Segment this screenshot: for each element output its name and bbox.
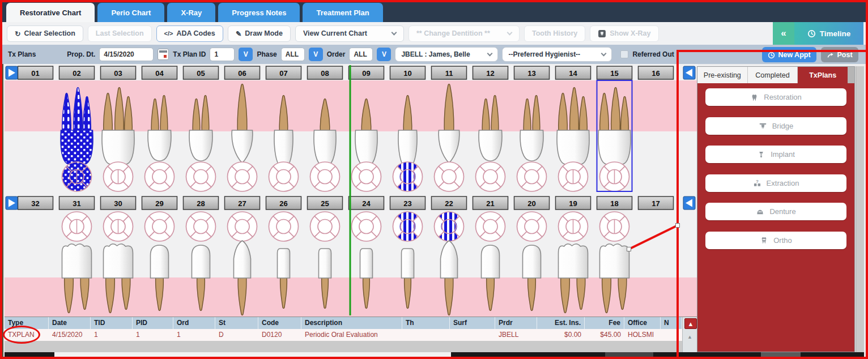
tooth-number-10[interactable]: 10 bbox=[390, 66, 426, 79]
tooth-occlusal-26[interactable] bbox=[269, 212, 299, 241]
column-header-n[interactable]: N bbox=[661, 317, 682, 329]
panel-tab-completed[interactable]: Completed bbox=[748, 67, 798, 83]
tooth-number-25[interactable]: 25 bbox=[308, 196, 343, 210]
scroll-right-arrow-button[interactable] bbox=[683, 66, 695, 79]
draw-mode-button[interactable]: ✎ Draw Mode bbox=[228, 25, 291, 42]
tooth-occlusal-14[interactable] bbox=[559, 162, 588, 191]
tab-progress-notes[interactable]: Progress Notes bbox=[218, 3, 300, 22]
collapse-panel-button[interactable]: « bbox=[773, 22, 794, 45]
column-header-pid[interactable]: PID bbox=[133, 317, 173, 329]
tab-x-ray[interactable]: X-Ray bbox=[167, 3, 215, 22]
view-chart-dropdown[interactable]: View Current Chart bbox=[295, 25, 404, 42]
denture-button[interactable]: Denture bbox=[705, 203, 846, 220]
tooth-occlusal-06[interactable] bbox=[228, 162, 257, 191]
tooth-02[interactable] bbox=[61, 88, 93, 165]
tooth-number-08[interactable]: 08 bbox=[308, 66, 343, 79]
tooth-occlusal-13[interactable] bbox=[517, 162, 547, 191]
column-header-surf[interactable]: Surf bbox=[450, 317, 495, 329]
tab-restorative-chart[interactable]: Restorative Chart bbox=[6, 3, 95, 22]
horizontal-scrollbar[interactable] bbox=[5, 352, 864, 357]
tooth-03[interactable] bbox=[102, 88, 134, 165]
tooth-occlusal-19[interactable] bbox=[559, 212, 588, 241]
implant-button[interactable]: Implant bbox=[705, 146, 846, 163]
tooth-number-31[interactable]: 31 bbox=[59, 196, 95, 210]
tooth-number-09[interactable]: 09 bbox=[349, 66, 384, 79]
order-v-button[interactable]: V bbox=[377, 48, 391, 61]
tooth-number-01[interactable]: 01 bbox=[18, 66, 53, 79]
tooth-number-03[interactable]: 03 bbox=[101, 66, 136, 79]
column-header-date[interactable]: Date bbox=[49, 317, 91, 329]
tooth-occlusal-12[interactable] bbox=[476, 162, 505, 191]
panel-tab-pre-existing[interactable]: Pre-existing bbox=[697, 67, 748, 83]
bridge-button[interactable]: Bridge bbox=[705, 117, 846, 135]
tooth-number-26[interactable]: 26 bbox=[266, 196, 301, 210]
hscroll-thumb[interactable] bbox=[54, 352, 451, 357]
tooth-occlusal-08[interactable] bbox=[310, 162, 340, 191]
tooth-occlusal-21[interactable] bbox=[476, 212, 505, 241]
tooth-number-30[interactable]: 30 bbox=[101, 196, 136, 210]
phase-v-button[interactable]: V bbox=[309, 48, 323, 61]
tooth-number-11[interactable]: 11 bbox=[432, 66, 467, 79]
phase-input[interactable] bbox=[281, 48, 305, 61]
tooth-occlusal-24[interactable] bbox=[352, 212, 381, 241]
tooth-occlusal-07[interactable] bbox=[269, 162, 299, 191]
column-header-office[interactable]: Office bbox=[624, 317, 661, 329]
tooth-occlusal-27[interactable] bbox=[228, 212, 257, 241]
tooth-number-18[interactable]: 18 bbox=[597, 196, 632, 210]
tooth-occlusal-30[interactable] bbox=[104, 212, 133, 241]
tooth-occlusal-03[interactable] bbox=[104, 162, 133, 191]
tooth-number-14[interactable]: 14 bbox=[556, 66, 591, 79]
scroll-right-arrow-button[interactable] bbox=[683, 196, 695, 210]
hygienist-dropdown[interactable]: --Preferred Hygienist-- bbox=[502, 47, 612, 62]
tooth-occlusal-23[interactable] bbox=[393, 212, 423, 241]
extraction-button[interactable]: ?Extraction bbox=[705, 174, 846, 192]
column-header-est-ins-[interactable]: Est. Ins. bbox=[537, 317, 585, 329]
timeline-button[interactable]: Timeline bbox=[794, 22, 863, 45]
tooth-number-20[interactable]: 20 bbox=[514, 196, 550, 210]
tab-treatment-plan[interactable]: Treatment Plan bbox=[303, 3, 382, 22]
tooth-number-17[interactable]: 17 bbox=[639, 196, 674, 210]
tooth-occlusal-11[interactable] bbox=[435, 162, 464, 191]
scroll-up-arrow-icon[interactable]: ▲ bbox=[687, 334, 692, 340]
tooth-occlusal-28[interactable] bbox=[186, 212, 216, 241]
last-selection-button[interactable]: Last Selection bbox=[88, 25, 152, 42]
referred-out-checkbox[interactable] bbox=[620, 50, 628, 58]
tooth-number-12[interactable]: 12 bbox=[473, 66, 508, 79]
tooth-number-23[interactable]: 23 bbox=[390, 196, 426, 210]
tooth-occlusal-18[interactable] bbox=[600, 212, 629, 241]
column-header-ord[interactable]: Ord bbox=[173, 317, 215, 329]
tooth-number-16[interactable]: 16 bbox=[639, 66, 674, 79]
ortho-button[interactable]: Ortho bbox=[705, 232, 846, 249]
column-header-th[interactable]: Th bbox=[402, 317, 450, 329]
tooth-occlusal-25[interactable] bbox=[310, 212, 340, 241]
tooth-number-15[interactable]: 15 bbox=[597, 66, 632, 79]
tooth-number-19[interactable]: 19 bbox=[556, 196, 591, 210]
tooth-number-32[interactable]: 32 bbox=[18, 196, 53, 210]
change-dentition-dropdown[interactable]: ** Change Dentition ** bbox=[409, 25, 520, 42]
scroll-left-arrow-button[interactable] bbox=[6, 66, 18, 79]
panel-tab-txplans[interactable]: TxPlans bbox=[798, 67, 848, 83]
tooth-number-27[interactable]: 27 bbox=[225, 196, 260, 210]
tooth-number-07[interactable]: 07 bbox=[266, 66, 301, 79]
tooth-occlusal-22[interactable] bbox=[435, 212, 464, 241]
tooth-number-21[interactable]: 21 bbox=[473, 196, 508, 210]
calendar-icon[interactable] bbox=[158, 49, 169, 60]
scroll-top-button[interactable]: ▲ bbox=[684, 318, 697, 329]
tooth-number-02[interactable]: 02 bbox=[59, 66, 95, 79]
tooth-14[interactable] bbox=[557, 88, 589, 165]
table-row[interactable]: TXPLAN4/15/2020111DD0120Periodic Oral Ev… bbox=[5, 329, 682, 341]
ada-codes-button[interactable]: </> ADA Codes bbox=[156, 25, 223, 42]
tooth-occlusal-02[interactable] bbox=[62, 162, 92, 191]
provider-dropdown[interactable]: JBELL : James, Belle bbox=[395, 47, 498, 62]
show-xray-button[interactable]: Show X-Ray bbox=[590, 25, 658, 42]
tooth-number-05[interactable]: 05 bbox=[184, 66, 219, 79]
tooth-occlusal-10[interactable] bbox=[393, 162, 423, 191]
tx-plan-id-v-button[interactable]: V bbox=[239, 48, 253, 61]
tooth-15[interactable] bbox=[598, 88, 631, 165]
tooth-number-29[interactable]: 29 bbox=[142, 196, 177, 210]
order-input[interactable] bbox=[349, 48, 373, 61]
tx-plan-id-input[interactable] bbox=[210, 48, 235, 61]
post-button[interactable]: Post bbox=[821, 47, 858, 62]
clear-selection-button[interactable]: ↻ Clear Selection bbox=[7, 25, 83, 42]
tab-perio-chart[interactable]: Perio Chart bbox=[97, 3, 164, 22]
